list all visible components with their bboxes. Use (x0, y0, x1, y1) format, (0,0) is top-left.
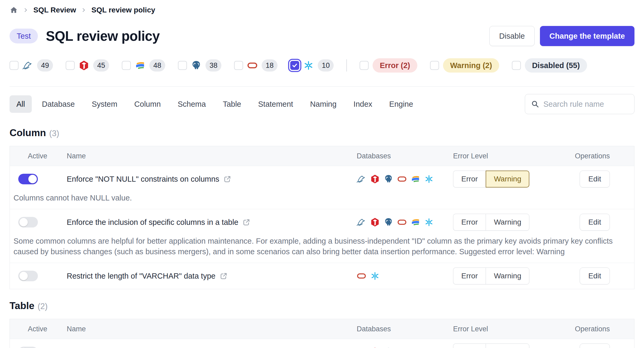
col-header-operations: Operations (554, 325, 634, 333)
active-toggle[interactable] (18, 217, 38, 227)
external-link-icon[interactable] (243, 218, 250, 226)
tidb-rule-count: 45 (93, 59, 109, 72)
filter-engine-tidb[interactable]: 45 (66, 59, 109, 72)
tab-database[interactable]: Database (35, 95, 82, 113)
active-toggle[interactable] (18, 347, 38, 348)
tab-all[interactable]: All (10, 95, 32, 113)
filter-level-disabled[interactable]: Disabled (55) (512, 58, 587, 73)
col-header-error-level: Error Level (446, 325, 554, 333)
rule-name-link[interactable]: Enforce "NOT NULL" constraints on column… (67, 175, 219, 184)
postgresql-icon (384, 217, 393, 227)
active-toggle[interactable] (18, 271, 38, 281)
toggle-knob (19, 218, 28, 226)
rule-name-link[interactable]: Enforce the inclusion of specific column… (67, 218, 238, 227)
toggle-knob (19, 272, 28, 280)
edit-button[interactable]: Edit (580, 171, 610, 188)
category-tabs: All Database System Column Schema Table … (10, 95, 420, 113)
tab-system[interactable]: System (85, 95, 124, 113)
tab-index[interactable]: Index (347, 95, 379, 113)
check-icon (291, 62, 298, 69)
rule-databases (345, 217, 446, 227)
filter-engine-postgresql[interactable]: 38 (178, 59, 221, 72)
error-level-segmented: Error Warning (453, 267, 529, 284)
rule-description: Columns cannot have NULL value. (10, 192, 634, 209)
filter-bar: 49 45 48 38 18 10 Er (10, 58, 634, 73)
table-header: Active Name Databases Error Level Operat… (10, 319, 634, 339)
section-count: (3) (49, 129, 59, 138)
snowflake-icon (370, 271, 380, 281)
col-header-name: Name (67, 325, 345, 333)
filter-divider (346, 59, 347, 72)
breadcrumb-item-sql-review[interactable]: SQL Review (33, 6, 76, 14)
error-level-button[interactable]: Error (453, 267, 486, 284)
tab-statement[interactable]: Statement (251, 95, 300, 113)
col-header-databases: Databases (345, 325, 446, 333)
section-count: (2) (38, 302, 48, 311)
filter-engine-oceanbase[interactable]: 48 (122, 59, 165, 72)
disable-button[interactable]: Disable (489, 26, 535, 46)
error-level-button[interactable]: Error (453, 171, 486, 188)
tab-schema[interactable]: Schema (171, 95, 213, 113)
warning-checkbox[interactable] (430, 61, 439, 70)
filter-level-error[interactable]: Error (2) (360, 58, 417, 73)
warning-level-button[interactable]: Warning (486, 214, 529, 231)
category-tabs-row: All Database System Column Schema Table … (10, 94, 634, 114)
tab-naming[interactable]: Naming (303, 95, 343, 113)
snowflake-icon (424, 174, 434, 184)
error-level-button[interactable]: Error (453, 343, 486, 348)
sql-review-policy-page: SQL Review SQL review policy Test SQL re… (0, 0, 644, 348)
active-toggle[interactable] (18, 174, 38, 184)
disabled-checkbox[interactable] (512, 61, 521, 70)
warning-level-button[interactable]: Warning (486, 267, 529, 284)
edit-button[interactable]: Edit (580, 343, 610, 348)
filter-engine-oracle[interactable]: 18 (234, 59, 278, 72)
mysql-checkbox[interactable] (10, 61, 19, 70)
mysql-icon (357, 174, 366, 184)
oceanbase-checkbox[interactable] (122, 61, 131, 70)
error-level-segmented: Error Warning (453, 343, 529, 348)
filter-engine-snowflake[interactable]: 10 (290, 59, 334, 72)
change-template-button[interactable]: Change the template (540, 26, 634, 46)
tidb-icon (79, 60, 89, 71)
tidb-icon (370, 217, 380, 227)
oceanbase-icon (135, 60, 145, 71)
snowflake-icon (303, 60, 314, 71)
chevron-right-icon (23, 7, 29, 13)
tidb-checkbox[interactable] (66, 61, 75, 70)
external-link-icon[interactable] (223, 175, 231, 183)
snowflake-checkbox[interactable] (290, 61, 299, 70)
col-header-databases: Databases (345, 152, 446, 160)
rules-table-column: Active Name Databases Error Level Operat… (10, 146, 634, 289)
rule-description: Some common columns are helpful for bett… (10, 235, 634, 263)
chevron-right-icon (81, 7, 87, 13)
filter-level-warning[interactable]: Warning (2) (430, 58, 499, 73)
postgresql-rule-count: 38 (205, 59, 221, 72)
postgresql-icon (384, 174, 393, 184)
edit-button[interactable]: Edit (580, 267, 610, 284)
mysql-icon (23, 60, 33, 71)
filter-engine-mysql[interactable]: 49 (10, 59, 53, 72)
error-level-segmented: Error Warning (453, 171, 529, 188)
postgresql-icon (191, 60, 202, 71)
tidb-icon (370, 174, 380, 184)
table-row: Enforce the inclusion of specific column… (10, 209, 634, 263)
tab-engine[interactable]: Engine (382, 95, 420, 113)
search-box[interactable] (525, 94, 634, 114)
warning-level-button[interactable]: Warning (486, 343, 529, 348)
error-level-button[interactable]: Error (453, 214, 486, 231)
error-checkbox[interactable] (360, 61, 369, 70)
oracle-checkbox[interactable] (234, 61, 243, 70)
home-icon[interactable] (10, 6, 18, 14)
warning-level-button[interactable]: Warning (486, 171, 529, 188)
postgresql-checkbox[interactable] (178, 61, 187, 70)
search-input[interactable] (543, 100, 628, 109)
tab-table[interactable]: Table (216, 95, 248, 113)
table-row: Enforce inclusion of primary key in a ta… (10, 339, 634, 348)
edit-button[interactable]: Edit (580, 214, 610, 231)
rule-name-link[interactable]: Restrict the length of "VARCHAR" data ty… (67, 272, 216, 280)
external-link-icon[interactable] (220, 272, 227, 280)
page-header: Test SQL review policy Disable Change th… (10, 26, 634, 46)
section-name: Table (10, 300, 34, 311)
tab-column[interactable]: Column (127, 95, 168, 113)
col-header-name: Name (67, 152, 345, 160)
